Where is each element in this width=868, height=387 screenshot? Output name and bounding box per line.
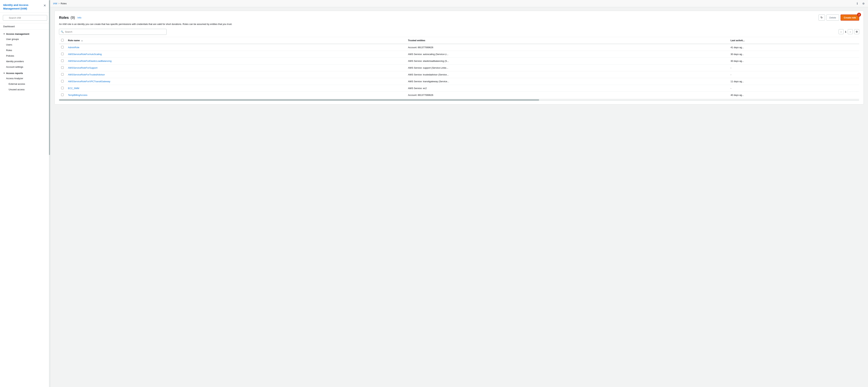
role-name-cell: AWSServiceRoleForTrustedAdvisor [66,71,406,78]
top-bar-icons: ℹ ⊕ [856,2,865,5]
th-role-name[interactable]: Role name ▲ [66,37,406,44]
row-checkbox[interactable] [61,80,64,82]
role-name-cell: TempBillingAccess [66,92,406,98]
sidebar-item-users[interactable]: Users [0,42,50,47]
nav-section: Dashboard ▼ Access management User group… [0,23,50,92]
globe-icon[interactable]: ⊕ [862,2,865,5]
table-settings-button[interactable]: ⚙ [854,29,859,34]
roles-count: (9) [70,15,75,20]
role-name-cell: AWSServiceRoleForSupport [66,64,406,71]
role-name-link[interactable]: EC2_SMM [68,87,79,90]
roles-table: Role name ▲ Trusted entities Last activi… [59,37,859,99]
last-activity-cell: - [728,71,859,78]
th-trusted-entities: Trusted entities [406,37,728,44]
role-name-link[interactable]: AWSServiceRoleForAutoScaling [68,53,102,56]
sidebar-item-policies[interactable]: Policies [0,53,50,59]
role-name-link[interactable]: AWSServiceRoleForElasticLoadBalancing [68,60,112,62]
row-checkbox[interactable] [61,73,64,76]
sidebar-header: Identity and Access Management (IAM) ✕ [0,0,50,12]
row-checkbox[interactable] [61,87,64,89]
sidebar-item-access-analyzer[interactable]: Access Analyzer [0,76,50,81]
row-checkbox[interactable] [61,94,64,96]
last-activity-cell: 30 days ag... [728,51,859,58]
role-name-cell: AWSServiceRoleForVPCTransitGateway [66,78,406,85]
close-icon[interactable]: ✕ [43,4,47,7]
row-checkbox-cell [59,58,66,64]
prev-page-button[interactable]: ‹ [839,29,844,34]
refresh-button[interactable]: ↻ [818,14,825,21]
th-last-activity: Last activit... [728,37,859,44]
sidebar-item-dashboard[interactable]: Dashboard [0,23,50,30]
info-link[interactable]: Info [78,16,82,19]
horizontal-scrollbar[interactable] [59,99,859,101]
trusted-entities-cell: AWS Service: ec2 [406,85,728,92]
row-checkbox[interactable] [61,46,64,48]
role-name-link[interactable]: AWSServiceRoleForTrustedAdvisor [68,73,105,76]
table-body: AdminRole Account: 891377069626 41 days … [59,44,859,99]
scrollbar-thumb-horizontal [59,99,539,101]
scrollbar-thumb [49,0,50,155]
table-row: EC2_SMM AWS Service: ec2 - [59,85,859,92]
sidebar-item-unused-access[interactable]: Unused access [0,87,50,92]
table-search-input[interactable] [59,29,166,35]
delete-button[interactable]: Delete [827,14,839,21]
role-name-cell: AdminRole [66,44,406,51]
access-management-section[interactable]: ▼ Access management [0,31,50,36]
row-checkbox[interactable] [61,66,64,69]
chevron-down-icon-reports: ▼ [3,72,5,74]
trusted-entities-cell: AWS Service: transitgateway (Service... [406,78,728,85]
table-row: AWSServiceRoleForAutoScaling AWS Service… [59,51,859,58]
breadcrumb-iam-link[interactable]: IAM [53,2,57,5]
row-checkbox[interactable] [61,53,64,55]
row-checkbox-cell [59,51,66,58]
create-role-wrapper: Create role 2 [841,14,859,21]
top-bar: IAM > Roles ℹ ⊕ [50,0,868,7]
row-checkbox-cell [59,64,66,71]
sidebar-item-user-groups[interactable]: User groups [0,36,50,42]
row-checkbox-cell [59,78,66,85]
table-row: AWSServiceRoleForTrustedAdvisor AWS Serv… [59,71,859,78]
create-role-button[interactable]: Create role [841,14,859,21]
access-management-label: Access management [6,33,29,35]
sidebar-scrollbar[interactable] [49,0,50,387]
info-icon[interactable]: ℹ [856,2,859,5]
role-name-cell: AWSServiceRoleForElasticLoadBalancing [66,58,406,64]
pagination: ‹ 1 › ⚙ [839,29,859,34]
trusted-entities-cell: AWS Service: support (Service-Linke... [406,64,728,71]
row-checkbox-cell [59,44,66,51]
role-name-link[interactable]: AdminRole [68,46,80,49]
search-wrapper: 🔍 [3,15,47,21]
sidebar-item-external-access[interactable]: External access [0,81,50,87]
select-all-checkbox[interactable] [61,39,64,41]
table-row: AWSServiceRoleForSupport AWS Service: su… [59,64,859,71]
access-reports-section[interactable]: ▼ Access reports [0,70,50,76]
badge-number: 2 [857,13,861,17]
breadcrumb: IAM > Roles [53,2,66,5]
last-activity-cell: 30 days ag... [728,58,859,64]
page-panel: Roles (9) Info ↻ Delete Create role 2 An… [55,11,864,104]
row-checkbox-cell [59,71,66,78]
page-header: Roles (9) Info ↻ Delete Create role 2 [59,14,859,21]
trusted-entities-cell: AWS Service: trustedadvisor (Service... [406,71,728,78]
table-header: Role name ▲ Trusted entities Last activi… [59,37,859,44]
table-row: AWSServiceRoleForVPCTransitGateway AWS S… [59,78,859,85]
role-name-link[interactable]: AWSServiceRoleForVPCTransitGateway [68,80,110,83]
trusted-entities-cell: AWS Service: elasticloadbalancing (S... [406,58,728,64]
trusted-entities-cell: AWS Service: autoscaling (Service-Li... [406,51,728,58]
sidebar-item-identity-providers[interactable]: Identity providers [0,59,50,64]
page-header-actions: ↻ Delete Create role 2 [818,14,859,21]
role-name-link[interactable]: AWSServiceRoleForSupport [68,67,97,69]
access-reports-label: Access reports [6,72,23,74]
search-input[interactable] [3,15,47,21]
search-container: 🔍 [0,12,50,23]
sidebar: Identity and Access Management (IAM) ✕ 🔍… [0,0,50,387]
table-search-icon: 🔍 [61,31,64,33]
last-activity-cell: - [728,85,859,92]
breadcrumb-current: Roles [61,2,66,5]
role-name-link[interactable]: TempBillingAccess [68,94,87,96]
sidebar-item-roles[interactable]: Roles [0,47,50,53]
next-page-button[interactable]: › [848,29,853,34]
row-checkbox[interactable] [61,60,64,62]
sidebar-item-account-settings[interactable]: Account settings [0,64,50,70]
last-activity-cell: 41 days ag... [728,44,859,51]
